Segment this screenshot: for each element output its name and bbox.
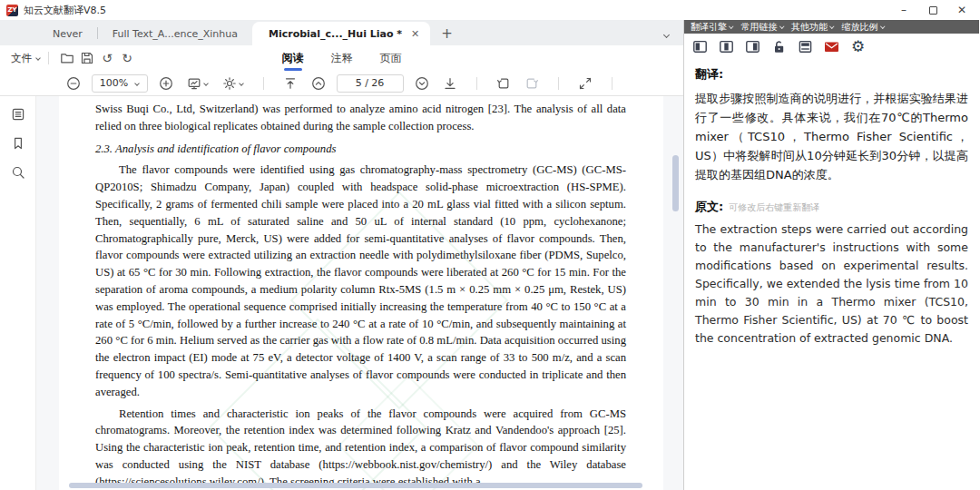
presentation-icon	[187, 76, 201, 91]
menu-common-links[interactable]: 常用链接	[741, 21, 784, 34]
gear-icon: ⚙	[851, 39, 865, 54]
next-page-button[interactable]	[412, 74, 432, 93]
undo-button[interactable]: ↺	[97, 48, 117, 68]
layout-right-button[interactable]	[744, 38, 761, 55]
menu-chevron-icon	[729, 24, 733, 28]
zoom-level-value: 100%	[100, 77, 128, 89]
zoom-out-icon	[66, 76, 81, 91]
toolbar-divider	[612, 77, 612, 90]
menu-other-functions[interactable]: 其他功能	[791, 21, 834, 34]
page-number-input[interactable]: 5 / 26	[337, 74, 404, 93]
title-bar: ZY 知云文献翻译V8.5 – ✕	[0, 0, 980, 20]
redo-button[interactable]: ↻	[117, 48, 137, 68]
close-button[interactable]: ✕	[947, 0, 976, 20]
original-label-row: 原文: 可修改后右键重新翻译	[695, 199, 968, 215]
layout-center-button[interactable]	[718, 38, 735, 55]
expand-icon	[578, 76, 593, 91]
search-icon[interactable]	[11, 165, 25, 180]
zoom-in-button[interactable]	[156, 74, 176, 93]
toolbar-divider	[263, 77, 264, 90]
tab-microbial-active[interactable]: Microbial_c..._Hui Liao * ✕	[252, 22, 430, 45]
panel-left-icon	[692, 39, 708, 54]
lock-button[interactable]	[770, 38, 788, 55]
brightness-sun-icon	[222, 76, 237, 91]
previous-page-button[interactable]	[309, 74, 328, 93]
fullscreen-button[interactable]	[575, 74, 595, 93]
redo-icon: ↻	[122, 52, 132, 64]
translation-text[interactable]: 提取步骤按照制造商的说明进行，并根据实验结果进行了一些修改。具体来说，我们在70…	[695, 89, 968, 184]
panel-center-icon	[719, 39, 734, 54]
toolbar-divider	[558, 77, 559, 90]
window-controls: – ✕	[889, 0, 976, 20]
go-to-top-button[interactable]	[280, 74, 300, 93]
mail-button[interactable]	[823, 38, 840, 55]
menu-label: 其他功能	[791, 21, 828, 34]
split-view-button[interactable]	[797, 38, 814, 55]
file-menu-label: 文件	[11, 52, 32, 65]
original-hint: 可修改后右键重新翻译	[729, 201, 819, 214]
toolbar-divider	[476, 77, 477, 90]
app-title: 知云文献翻译V8.5	[24, 4, 106, 17]
undo-icon: ↺	[102, 52, 113, 64]
save-button[interactable]	[77, 48, 97, 68]
zoom-chevron-down-icon	[134, 81, 140, 86]
circle-chevron-up-icon	[311, 76, 326, 91]
rotate-right-button[interactable]	[522, 74, 542, 93]
view-tab-page[interactable]: 页面	[378, 46, 404, 71]
open-file-button[interactable]	[57, 48, 77, 68]
download-button[interactable]	[440, 74, 460, 93]
app-logo-icon: ZY	[6, 5, 18, 16]
rotate-right-icon	[524, 76, 539, 91]
layout-left-button[interactable]	[691, 38, 709, 55]
section-heading: 2.3. Analysis and identification of flav…	[95, 141, 626, 158]
maximize-icon	[929, 6, 937, 15]
original-label: 原文:	[695, 199, 723, 215]
file-toolbar: 文件 ↺ ↻	[0, 45, 683, 71]
settings-button[interactable]: ⚙	[849, 38, 867, 55]
original-text[interactable]: The extraction steps were carried out ac…	[695, 220, 968, 348]
page-indicator-value: 5 / 26	[356, 77, 385, 89]
app-window: ZY 知云文献翻译V8.5 – ✕ Never Full Text_A...en…	[0, 0, 980, 490]
pdf-page[interactable]: Swiss Buqi Co., Ltd, Switzerland) was pe…	[59, 96, 663, 490]
reader-pane: Never Full Text_A...ence_Xinhua Microbia…	[0, 20, 684, 490]
menu-chevron-icon	[779, 24, 784, 28]
brightness-button[interactable]	[220, 74, 247, 93]
document-area: Swiss Buqi Co., Ltd, Switzerland) was pe…	[0, 96, 683, 490]
thumbnails-panel-icon[interactable]	[11, 107, 25, 122]
paragraph-intro: Swiss Buqi Co., Ltd, Switzerland) was pe…	[95, 101, 626, 135]
view-tab-read[interactable]: 阅读	[280, 46, 306, 71]
view-tab-annotate[interactable]: 注释	[329, 46, 355, 71]
tab-never[interactable]: Never	[38, 22, 97, 45]
pdf-viewport[interactable]: Swiss Buqi Co., Ltd, Switzerland) was pe…	[36, 96, 683, 490]
translation-label: 翻译:	[695, 66, 968, 83]
menu-label: 翻译引擎	[691, 21, 727, 34]
maximize-button[interactable]	[918, 0, 947, 20]
vertical-scrollbar-thumb[interactable]	[672, 155, 679, 211]
menu-translation-engine[interactable]: 翻译引擎	[691, 21, 733, 34]
menu-zoom-ratio[interactable]: 缩放比例	[842, 21, 885, 34]
display-mode-chevron-icon	[203, 81, 209, 86]
mail-icon	[823, 39, 840, 54]
circle-chevron-down-icon	[415, 76, 429, 91]
display-mode-button[interactable]	[184, 74, 211, 93]
rotate-left-button[interactable]	[494, 74, 514, 93]
bookmark-icon[interactable]	[11, 136, 25, 151]
download-icon	[443, 76, 457, 91]
zoom-out-button[interactable]	[64, 74, 83, 93]
minimize-button[interactable]: –	[889, 0, 918, 20]
sidebar-rail	[0, 96, 36, 490]
rotate-left-icon	[496, 76, 511, 91]
tab-fulltext[interactable]: Full Text_A...ence_Xinhua	[98, 22, 252, 45]
tab-close-icon[interactable]: ✕	[411, 28, 419, 40]
file-menu-button[interactable]: 文件	[11, 52, 40, 65]
new-tab-button[interactable]: +	[441, 25, 453, 42]
tab-label: Microbial_c..._Hui Liao *	[269, 28, 402, 40]
save-icon	[80, 51, 94, 65]
menu-chevron-icon	[880, 24, 885, 28]
menu-chevron-icon	[829, 24, 834, 28]
folder-open-icon	[60, 51, 74, 65]
horizontal-scrollbar-thumb[interactable]	[69, 483, 642, 488]
zoom-level-select[interactable]: 100%	[92, 74, 148, 93]
tab-list-chevron-down-icon[interactable]	[663, 32, 670, 38]
arrow-up-to-line-icon	[283, 76, 298, 91]
